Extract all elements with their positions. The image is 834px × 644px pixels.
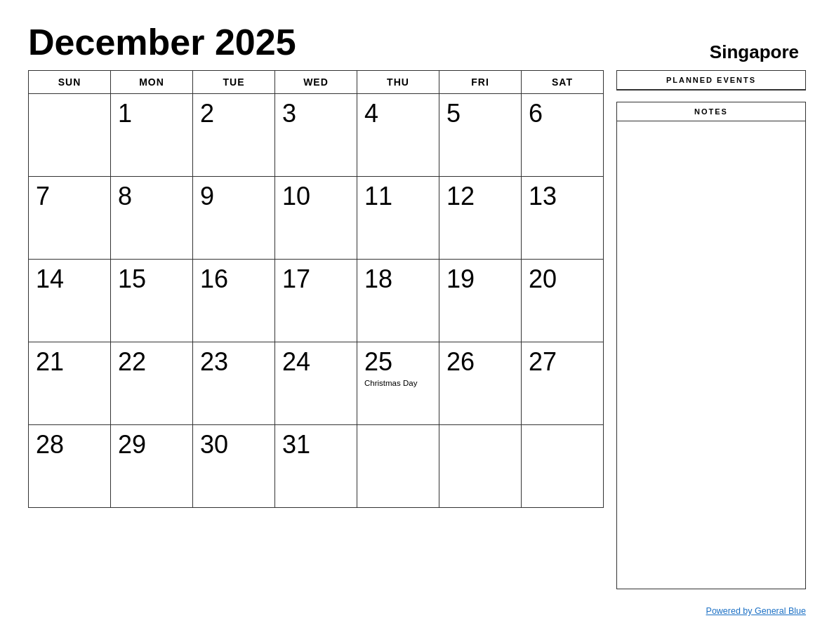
main-content: SUN MON TUE WED THU FRI SAT 123456789101… [28,70,806,616]
day-number: 28 [36,430,64,459]
col-tue: TUE [193,71,275,94]
calendar-cell: 15 [111,260,193,342]
calendar-cell: 30 [193,425,275,508]
calendar-cell: 24 [275,342,357,425]
day-number: 23 [200,347,228,376]
col-sat: SAT [522,71,604,94]
day-number: 2 [200,99,214,128]
planned-events-header: PLANNED EVENTS [617,71,805,90]
notes-box: NOTES [616,102,806,589]
powered-by-link[interactable]: Powered by General Blue [706,606,806,616]
day-number: 16 [200,264,228,293]
col-fri: FRI [439,71,522,94]
calendar-cell: 19 [439,260,522,342]
calendar-cell: 11 [357,177,439,260]
day-number: 12 [446,182,475,210]
calendar-cell: 1 [111,94,193,177]
day-number: 29 [118,430,146,459]
day-number: 20 [529,264,557,293]
day-number: 19 [446,264,475,293]
day-number: 25 [364,347,392,376]
calendar-cell: 18 [357,260,439,342]
notes-body [617,121,805,589]
calendar-cell: 13 [522,177,604,260]
day-number: 27 [529,347,557,376]
powered-by: Powered by General Blue [616,601,806,616]
calendar-cell: 29 [111,425,193,508]
day-number: 21 [36,347,64,376]
calendar-week-row: 28293031 [29,425,604,508]
col-thu: THU [357,71,439,94]
month-title: December 2025 [28,21,296,63]
col-sun: SUN [29,71,111,94]
day-number: 14 [36,264,64,293]
calendar-week-row: 2122232425Christmas Day2627 [29,342,604,425]
day-number: 9 [200,182,214,210]
calendar-cell: 12 [439,177,522,260]
calendar-cell: 8 [111,177,193,260]
calendar-table: SUN MON TUE WED THU FRI SAT 123456789101… [28,70,604,508]
day-number: 1 [118,99,132,128]
day-number: 13 [529,182,557,210]
day-number: 3 [282,99,296,128]
day-number: 4 [364,99,378,128]
day-number: 5 [446,99,461,128]
calendar-cell: 25Christmas Day [357,342,439,425]
day-number: 31 [282,430,310,459]
calendar-cell: 5 [439,94,522,177]
calendar-cell: 16 [193,260,275,342]
day-number: 24 [282,347,310,376]
holiday-label: Christmas Day [364,379,432,387]
calendar-cell [29,94,111,177]
calendar-section: SUN MON TUE WED THU FRI SAT 123456789101… [28,70,604,616]
col-mon: MON [111,71,193,94]
day-number: 8 [118,182,132,210]
day-number: 11 [364,182,392,210]
calendar-cell: 26 [439,342,522,425]
calendar-week-row: 14151617181920 [29,260,604,342]
day-number: 7 [36,182,50,210]
day-number: 6 [529,99,543,128]
day-number: 30 [200,430,228,459]
calendar-week-row: 78910111213 [29,177,604,260]
planned-events-box: PLANNED EVENTS [616,70,806,90]
calendar-cell: 2 [193,94,275,177]
notes-header: NOTES [617,102,805,121]
calendar-cell: 23 [193,342,275,425]
day-number: 26 [446,347,475,376]
weekday-header-row: SUN MON TUE WED THU FRI SAT [29,71,604,94]
page-header: December 2025 Singapore [28,21,806,63]
sidebar: PLANNED EVENTS NOTES Powered by General … [616,70,806,616]
day-number: 10 [282,182,310,210]
calendar-cell: 28 [29,425,111,508]
calendar-cell [357,425,439,508]
day-number: 17 [282,264,310,293]
day-number: 18 [364,264,392,293]
calendar-cell [439,425,522,508]
calendar-cell: 14 [29,260,111,342]
col-wed: WED [275,71,357,94]
calendar-cell: 27 [522,342,604,425]
calendar-cell: 22 [111,342,193,425]
calendar-cell: 20 [522,260,604,342]
calendar-cell: 6 [522,94,604,177]
calendar-cell [522,425,604,508]
calendar-cell: 10 [275,177,357,260]
day-number: 22 [118,347,146,376]
calendar-cell: 9 [193,177,275,260]
calendar-cell: 3 [275,94,357,177]
calendar-week-row: 123456 [29,94,604,177]
calendar-cell: 4 [357,94,439,177]
calendar-cell: 17 [275,260,357,342]
day-number: 15 [118,264,146,293]
calendar-cell: 31 [275,425,357,508]
calendar-cell: 7 [29,177,111,260]
country-title: Singapore [710,41,806,63]
calendar-cell: 21 [29,342,111,425]
